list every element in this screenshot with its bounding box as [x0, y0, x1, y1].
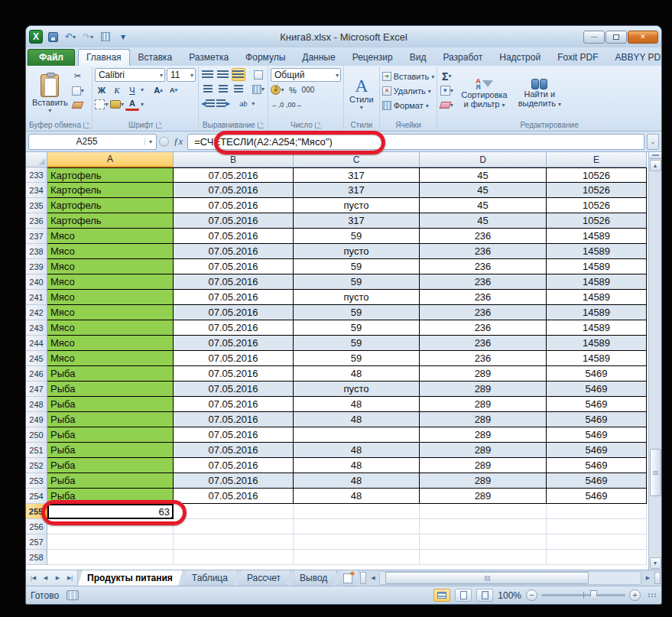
cell-d253[interactable]: 289 [420, 473, 547, 489]
cell-d258[interactable] [420, 550, 547, 565]
horizontal-scrollbar[interactable] [379, 571, 641, 585]
cell-e236[interactable]: 10526 [547, 213, 647, 229]
row-header-257[interactable]: 257 [26, 534, 47, 550]
cell-c257[interactable] [294, 534, 420, 550]
cell-e249[interactable]: 5469 [547, 412, 647, 427]
sheet-tab-таблица[interactable]: Таблица [183, 570, 238, 586]
cell-e240[interactable]: 14589 [547, 274, 647, 290]
insert-worksheet-button[interactable] [337, 570, 359, 586]
cell-c251[interactable]: 48 [294, 443, 420, 458]
save-button[interactable] [45, 29, 60, 44]
cell-b252[interactable]: 07.05.2016 [174, 458, 294, 473]
cell-e235[interactable]: 10526 [547, 198, 647, 213]
hscroll-right-button[interactable]: ▶ [642, 573, 654, 584]
cell-a253[interactable]: Рыба [47, 473, 174, 489]
cell-d245[interactable]: 236 [420, 351, 547, 366]
expand-formula-bar-button[interactable]: ⌄ [647, 134, 659, 150]
cell-b237[interactable]: 07.05.2016 [174, 229, 294, 244]
cell-d237[interactable]: 236 [420, 229, 547, 244]
page-break-view-button[interactable] [476, 589, 493, 602]
row-header-249[interactable]: 249 [26, 412, 47, 427]
cell-c234[interactable]: 317 [294, 183, 420, 198]
cell-a241[interactable]: Мясо [47, 290, 174, 305]
cell-e254[interactable]: 5469 [547, 489, 647, 504]
cell-b250[interactable]: 07.05.2016 [174, 427, 294, 443]
tab-split-handle[interactable] [360, 572, 366, 584]
cell-e252[interactable]: 5469 [547, 458, 647, 473]
sheet-tab-продукты-питания[interactable]: Продукты питания [78, 570, 183, 586]
align-top-button[interactable] [201, 68, 215, 81]
row-header-233[interactable]: 233 [26, 167, 47, 183]
insert-function-button[interactable]: ƒx [171, 135, 185, 148]
cell-a242[interactable]: Мясо [47, 305, 174, 320]
cell-b256[interactable] [174, 519, 294, 534]
cell-d241[interactable]: 236 [420, 290, 547, 305]
cell-e253[interactable]: 5469 [547, 473, 647, 489]
cell-c258[interactable] [294, 550, 420, 565]
ribbon-tab-разметка[interactable]: Разметка [180, 49, 237, 66]
cell-e246[interactable]: 5469 [547, 366, 647, 382]
decrease-indent-button[interactable]: ◀ [201, 97, 215, 110]
cell-b258[interactable] [174, 550, 294, 565]
cell-c236[interactable]: 317 [294, 213, 420, 229]
macro-record-icon[interactable] [67, 590, 79, 600]
cell-c243[interactable]: 59 [294, 320, 420, 336]
column-header-a[interactable]: A [47, 152, 174, 167]
cell-d240[interactable]: 236 [420, 274, 547, 290]
qat-dropdown-button[interactable]: ▾ [115, 29, 131, 44]
decrease-decimal-button[interactable]: ,00→ [286, 98, 303, 111]
cell-b251[interactable]: 07.05.2016 [174, 443, 294, 458]
cell-e239[interactable]: 14589 [547, 259, 647, 274]
font-dialog-launcher[interactable] [156, 122, 162, 128]
paste-button[interactable]: Вставить ▾ [29, 68, 71, 119]
cell-e250[interactable]: 5469 [547, 427, 647, 443]
bold-button[interactable]: Ж [95, 83, 109, 96]
cell-a239[interactable]: Мясо [47, 259, 174, 274]
cell-e233[interactable]: 10526 [547, 167, 647, 183]
zoom-slider-track[interactable] [541, 594, 625, 596]
currency-button[interactable]: ₽▾ [271, 83, 284, 96]
split-handle[interactable] [649, 152, 661, 159]
zoom-in-button[interactable]: + [629, 589, 641, 601]
cell-e244[interactable]: 14589 [547, 336, 647, 351]
row-header-251[interactable]: 251 [26, 443, 47, 458]
vertical-scroll-track[interactable] [650, 172, 661, 557]
cell-e241[interactable]: 14589 [547, 290, 647, 305]
cell-a254[interactable]: Рыба [47, 489, 174, 504]
font-size-combo[interactable]: 11▾ [167, 68, 196, 82]
insert-cells-button[interactable]: Вставить▾ [382, 70, 435, 83]
row-header-252[interactable]: 252 [26, 458, 47, 473]
row-header-242[interactable]: 242 [26, 305, 47, 320]
cell-e248[interactable]: 5469 [547, 397, 647, 412]
cell-a235[interactable]: Картофель [47, 198, 174, 213]
cell-a249[interactable]: Рыба [47, 412, 174, 427]
cell-b255[interactable] [174, 504, 294, 519]
increase-decimal-button[interactable]: ←,0 [271, 98, 284, 111]
cell-a251[interactable]: Рыба [47, 443, 174, 458]
ribbon-tab-abbyy-pdf[interactable]: ABBYY PDF [606, 49, 662, 66]
cell-a245[interactable]: Мясо [47, 351, 174, 366]
customize-button[interactable] [98, 29, 113, 44]
cell-d243[interactable]: 236 [420, 320, 547, 336]
cell-e251[interactable]: 5469 [547, 443, 647, 458]
cell-d235[interactable]: 45 [420, 198, 547, 213]
cell-c247[interactable]: пусто [294, 382, 420, 397]
grow-font-button[interactable]: А [151, 83, 165, 96]
name-box[interactable]: A255 ▾ [28, 134, 157, 150]
ribbon-tab-формулы[interactable]: Формулы [237, 49, 294, 66]
cell-b257[interactable] [174, 534, 294, 550]
cell-b241[interactable]: 07.05.2016 [174, 290, 294, 305]
row-header-237[interactable]: 237 [26, 229, 47, 244]
orientation-button[interactable] [252, 68, 265, 81]
cell-e243[interactable]: 14589 [547, 320, 647, 336]
thousands-button[interactable]: 000 [301, 83, 315, 96]
increase-indent-button[interactable]: ▶ [216, 97, 230, 110]
row-header-247[interactable]: 247 [26, 382, 47, 397]
column-header-e[interactable]: E [547, 152, 647, 167]
row-header-255[interactable]: 255 [26, 504, 47, 519]
underline-button[interactable]: Ч [125, 83, 139, 96]
number-format-combo[interactable]: Общий▾ [271, 68, 341, 82]
cell-b247[interactable]: 07.05.2016 [174, 382, 294, 397]
cell-a247[interactable]: Рыба [47, 382, 174, 397]
wrap-text-button[interactable]: ab [236, 97, 250, 110]
